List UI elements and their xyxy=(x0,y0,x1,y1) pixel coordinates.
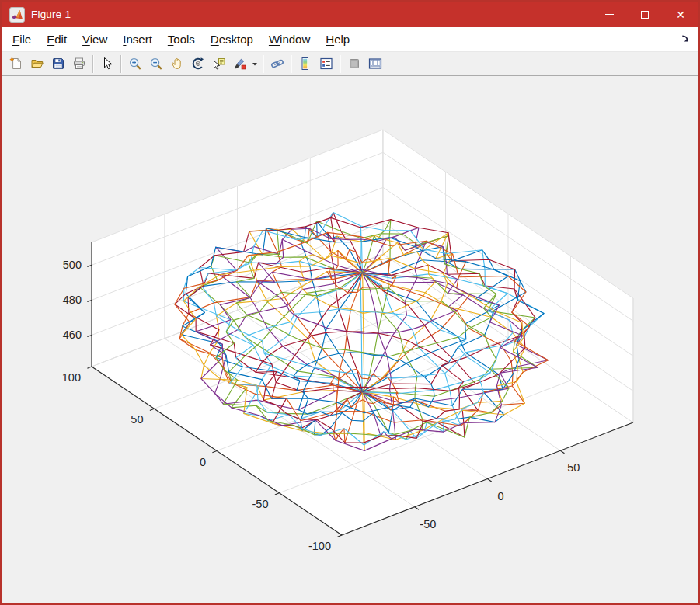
menu-item-view[interactable]: View xyxy=(75,29,115,50)
pan-icon xyxy=(170,57,184,71)
maximize-icon xyxy=(641,11,649,19)
menu-item-insert[interactable]: Insert xyxy=(115,29,160,50)
save-figure-button[interactable] xyxy=(47,54,68,74)
menu-item-file[interactable]: File xyxy=(5,29,39,50)
link-plots-icon xyxy=(270,57,284,71)
insert-colorbar-button[interactable] xyxy=(294,54,315,74)
brush-dropdown-button[interactable] xyxy=(250,54,259,74)
menu-item-help[interactable]: Help xyxy=(318,29,357,50)
svg-text:50: 50 xyxy=(131,413,143,426)
brush-data-icon xyxy=(233,57,247,71)
zoom-out-button[interactable] xyxy=(145,54,166,74)
svg-text:0: 0 xyxy=(200,456,206,468)
title-bar[interactable]: Figure 1 ✕ xyxy=(2,2,698,27)
rotate-3d-button[interactable] xyxy=(187,54,208,74)
rotate-3d-icon xyxy=(191,57,205,71)
figure-plot[interactable]: -50050100500-50-100460480500 xyxy=(2,76,698,603)
zoom-in-icon xyxy=(128,57,142,71)
print-figure-button[interactable] xyxy=(68,54,89,74)
zoom-in-button[interactable] xyxy=(124,54,145,74)
menu-bar: FileEditViewInsertToolsDesktopWindowHelp xyxy=(2,27,698,52)
save-figure-icon xyxy=(51,57,65,71)
svg-text:480: 480 xyxy=(63,294,82,306)
svg-text:-100: -100 xyxy=(308,540,331,552)
print-figure-icon xyxy=(72,57,86,71)
matlab-logo-icon xyxy=(9,7,25,23)
svg-text:50: 50 xyxy=(567,461,580,474)
svg-text:-50: -50 xyxy=(420,518,436,530)
new-figure-button[interactable] xyxy=(5,54,26,74)
link-plots-button[interactable] xyxy=(266,54,287,74)
svg-text:0: 0 xyxy=(497,490,503,502)
svg-text:-50: -50 xyxy=(252,498,269,510)
close-icon: ✕ xyxy=(676,9,685,20)
maximize-button[interactable] xyxy=(627,2,663,27)
toolbar-separator xyxy=(92,55,93,73)
toolbar-separator xyxy=(263,55,263,73)
toolbar-separator xyxy=(120,55,121,73)
show-plot-tools-button[interactable] xyxy=(364,54,385,74)
hide-plot-tools-button[interactable] xyxy=(343,54,364,74)
edit-plot-button[interactable] xyxy=(96,54,117,74)
open-file-icon xyxy=(30,57,44,71)
brush-dropdown-icon xyxy=(252,57,258,71)
zoom-out-icon xyxy=(149,57,163,71)
open-file-button[interactable] xyxy=(26,54,47,74)
svg-text:500: 500 xyxy=(63,259,82,271)
pan-button[interactable] xyxy=(166,54,187,74)
minimize-icon xyxy=(605,14,614,15)
figure-toolbar xyxy=(2,52,698,76)
menu-item-tools[interactable]: Tools xyxy=(160,29,203,50)
data-cursor-icon xyxy=(212,57,226,71)
insert-legend-button[interactable] xyxy=(315,54,336,74)
toolbar-separator xyxy=(291,55,291,73)
data-cursor-button[interactable] xyxy=(208,54,229,74)
minimize-button[interactable] xyxy=(591,2,627,27)
dock-figure-button[interactable] xyxy=(678,32,692,46)
dock-arrow-icon xyxy=(681,34,691,44)
edit-plot-icon xyxy=(100,57,114,71)
menu-item-desktop[interactable]: Desktop xyxy=(203,29,261,50)
figure-canvas: -50050100500-50-100460480500 xyxy=(2,76,698,603)
svg-text:100: 100 xyxy=(62,371,81,384)
menu-item-window[interactable]: Window xyxy=(261,29,318,50)
brush-data-button[interactable] xyxy=(229,54,250,74)
window-title: Figure 1 xyxy=(31,9,71,20)
toolbar-separator xyxy=(340,55,340,73)
hide-plot-tools-icon xyxy=(347,57,361,71)
insert-colorbar-icon xyxy=(298,57,312,71)
svg-text:460: 460 xyxy=(63,329,82,341)
insert-legend-icon xyxy=(319,57,333,71)
close-button[interactable]: ✕ xyxy=(663,2,698,27)
show-plot-tools-icon xyxy=(368,57,382,71)
menu-item-edit[interactable]: Edit xyxy=(39,29,75,50)
new-figure-icon xyxy=(9,57,23,71)
figure-window: Figure 1 ✕ FileEditViewInsertToolsDeskto… xyxy=(0,0,700,605)
